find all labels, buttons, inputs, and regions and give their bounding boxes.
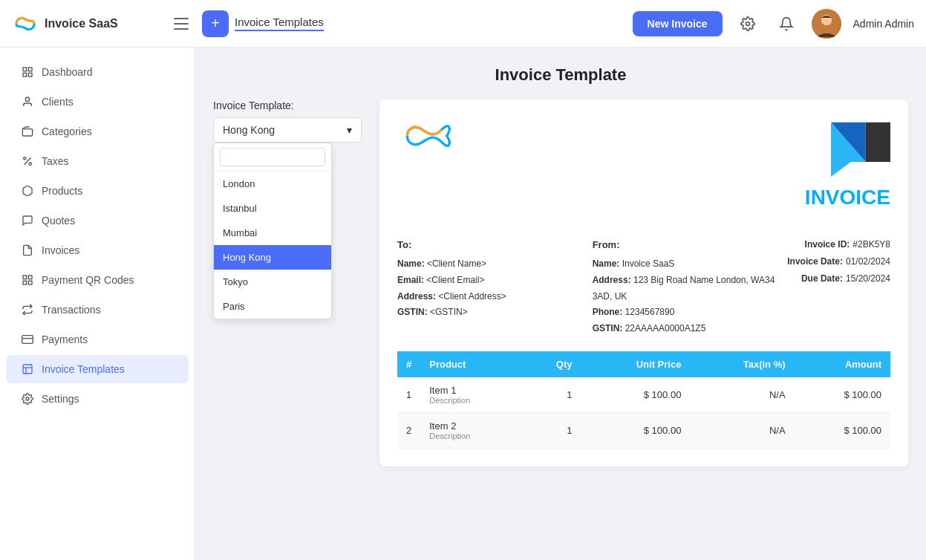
- table-row: 2 Item 2 Description 1 $ 100.00 N/A $ 10…: [397, 413, 890, 449]
- invoice-title: INVOICE: [801, 186, 890, 209]
- chevron-down-icon: ▾: [347, 124, 352, 136]
- invoice-date-row: Invoice Date: 01/02/2024: [787, 253, 890, 270]
- settings-icon-button[interactable]: [734, 10, 761, 37]
- svg-rect-9: [22, 129, 32, 136]
- sidebar-label-taxes: Taxes: [42, 155, 69, 167]
- table-row: 1 Item 1 Description 1 $ 100.00 N/A $ 10…: [397, 377, 890, 413]
- th-product: Product: [420, 351, 522, 377]
- sidebar-item-invoice-templates[interactable]: Invoice Templates: [6, 355, 189, 383]
- invoice-from-section: From: Name: Invoice SaaS Address: 123 Bi…: [593, 236, 788, 336]
- bell-icon: [779, 16, 794, 31]
- svg-point-8: [25, 97, 29, 101]
- invoice-to-section: To: Name: <Client Name> Email: <Client E…: [397, 236, 593, 336]
- file-icon: [21, 244, 34, 257]
- dropdown-option-paris[interactable]: Paris: [214, 294, 331, 319]
- invoice-id-value: #2BK5Y8: [852, 236, 890, 253]
- gear-icon: [740, 16, 755, 31]
- sidebar-item-transactions[interactable]: Transactions: [6, 296, 189, 324]
- sidebar-item-payment-qr[interactable]: Payment QR Codes: [6, 266, 189, 294]
- sidebar-item-categories[interactable]: Categories: [6, 117, 189, 146]
- dropdown-search-area: [214, 143, 331, 172]
- svg-rect-19: [23, 365, 32, 374]
- invoice-preview: INVOICE To: Name: <Client Name> Email: <…: [379, 100, 908, 466]
- invoice-table: # Product Qty Unit Price Tax(in %) Amoun…: [397, 351, 890, 449]
- row1-amount: $ 100.00: [795, 377, 890, 413]
- dropdown-option-london[interactable]: London: [214, 172, 331, 196]
- row1-qty: 1: [522, 377, 581, 413]
- row1-tax: N/A: [690, 377, 794, 413]
- item1-name: Item 1: [429, 385, 513, 396]
- sidebar-label-quotes: Quotes: [42, 215, 75, 227]
- item1-desc: Description: [429, 396, 513, 405]
- due-date-value: 15/20/2024: [846, 270, 890, 287]
- grid-icon: [21, 65, 34, 79]
- svg-marker-25: [866, 123, 890, 162]
- infinity-logo-svg: [397, 117, 457, 154]
- sidebar: Dashboard Clients Categories: [0, 48, 195, 560]
- dropdown-option-istanbul[interactable]: Istanbul: [214, 196, 331, 221]
- item2-name: Item 2: [429, 420, 513, 432]
- svg-rect-17: [22, 336, 33, 344]
- logo-icon: [12, 10, 39, 37]
- left-panel: Invoice Template: Hong Kong ▾ London Ist…: [213, 100, 362, 466]
- svg-rect-6: [28, 73, 32, 76]
- sidebar-label-categories: Categories: [42, 126, 92, 137]
- row2-tax: N/A: [690, 413, 794, 449]
- topbar-right: New Invoice Admin Admin: [633, 9, 914, 39]
- from-phone: Phone: 1234567890: [593, 305, 788, 321]
- to-address: Address: <Client Address>: [397, 289, 593, 305]
- sidebar-label-settings: Settings: [42, 393, 79, 405]
- svg-point-12: [29, 163, 31, 165]
- invoice-ids-section: Invoice ID: #2BK5Y8 Invoice Date: 01/02/…: [787, 236, 890, 336]
- add-button[interactable]: +: [202, 10, 229, 37]
- notification-button[interactable]: [773, 10, 800, 37]
- dropdown-option-mumbai[interactable]: Mumbai: [214, 221, 331, 245]
- due-date-row: Due Date: 15/20/2024: [787, 270, 890, 287]
- sidebar-item-products[interactable]: Products: [6, 177, 189, 205]
- sidebar-label-products: Products: [42, 185, 82, 197]
- template-dropdown-selected[interactable]: Hong Kong ▾: [213, 117, 362, 143]
- svg-line-10: [24, 157, 30, 164]
- th-tax: Tax(in %): [690, 351, 794, 377]
- dropdown-option-tokyo[interactable]: Tokyo: [214, 270, 331, 294]
- topbar: Invoice SaaS + Invoice Templates New Inv…: [0, 0, 926, 48]
- svg-rect-16: [23, 281, 27, 284]
- transaction-icon: [21, 303, 34, 316]
- new-invoice-button[interactable]: New Invoice: [633, 11, 723, 36]
- invoice-meta: To: Name: <Client Name> Email: <Client E…: [397, 236, 890, 336]
- sidebar-item-clients[interactable]: Clients: [6, 88, 189, 116]
- sidebar-item-invoices[interactable]: Invoices: [6, 236, 189, 264]
- dropdown-search-input[interactable]: [220, 148, 325, 166]
- sidebar-item-payments[interactable]: Payments: [6, 325, 189, 354]
- row2-amount: $ 100.00: [795, 413, 890, 449]
- hamburger-button[interactable]: [169, 12, 193, 36]
- from-address: Address: 123 Big Road Name London, WA34 …: [593, 273, 788, 305]
- tab-area: + Invoice Templates: [202, 10, 624, 37]
- card-icon: [21, 333, 34, 346]
- sidebar-label-invoices: Invoices: [42, 244, 79, 256]
- brand-logo-svg: [801, 117, 890, 177]
- percent-icon: [21, 154, 34, 168]
- svg-rect-13: [23, 276, 27, 279]
- sidebar-label-payments: Payments: [42, 333, 88, 345]
- svg-rect-4: [23, 68, 27, 71]
- row1-num: 1: [397, 377, 420, 413]
- row2-num: 2: [397, 413, 420, 449]
- svg-point-11: [24, 157, 26, 160]
- sidebar-item-settings[interactable]: Settings: [6, 385, 189, 413]
- tag-icon: [21, 125, 34, 138]
- invoice-table-body: 1 Item 1 Description 1 $ 100.00 N/A $ 10…: [397, 377, 890, 449]
- to-email: Email: <Client Email>: [397, 273, 593, 289]
- to-gstin: GSTIN: <GSTIN>: [397, 305, 593, 321]
- sidebar-item-taxes[interactable]: Taxes: [6, 147, 189, 175]
- dropdown-option-hongkong[interactable]: Hong Kong: [214, 245, 331, 270]
- sidebar-item-dashboard[interactable]: Dashboard: [6, 58, 189, 86]
- svg-point-0: [746, 22, 749, 25]
- th-qty: Qty: [522, 351, 581, 377]
- th-unit-price: Unit Price: [581, 351, 691, 377]
- to-name: Name: <Client Name>: [397, 256, 593, 273]
- item2-desc: Description: [429, 432, 513, 440]
- sidebar-item-quotes[interactable]: Quotes: [6, 206, 189, 235]
- invoice-date-value: 01/02/2024: [846, 253, 890, 270]
- sidebar-label-invoice-templates: Invoice Templates: [42, 363, 125, 375]
